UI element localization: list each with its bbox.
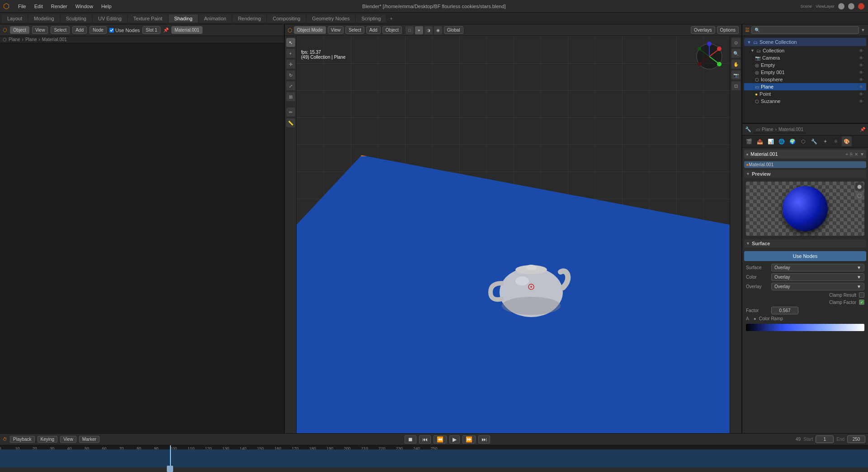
props-modifier-icon[interactable]: 🔧 <box>809 136 819 146</box>
viewport-3d[interactable]: ↖ + ✛ ↻ ⤢ ⊞ ✏ 📏 ⊙ 🔍 ✋ 📷 ⊡ <box>285 36 741 433</box>
props-scene-icon[interactable]: 🌐 <box>777 136 787 146</box>
tool-move[interactable]: ✛ <box>286 60 295 69</box>
navigation-gizmo[interactable] <box>693 41 725 72</box>
clamp-factor-checkbox[interactable] <box>859 299 864 305</box>
surface-section-header[interactable]: ▼ Surface <box>744 239 866 248</box>
menu-help[interactable]: Help <box>98 3 115 10</box>
playback-btn[interactable]: Playback <box>10 436 35 443</box>
mat-delete-icon[interactable]: ✕ <box>854 152 858 157</box>
ne-node[interactable]: Node <box>90 26 107 34</box>
ico-eye[interactable]: 👁 <box>859 77 863 82</box>
timeline-scrub-bar[interactable] <box>0 467 868 472</box>
props-material-icon[interactable]: 🎨 <box>842 136 852 146</box>
tool-cursor[interactable]: + <box>286 49 295 58</box>
ne-material[interactable]: Material.001 <box>171 26 203 34</box>
mat-options-icon[interactable]: ▼ <box>860 152 864 157</box>
tool-camera-view[interactable]: 📷 <box>731 70 741 79</box>
tl-next-keyframe-btn[interactable]: ⏭ <box>478 435 490 444</box>
timeline-keyframes[interactable] <box>0 449 868 467</box>
keying-btn[interactable]: Keying <box>38 436 58 443</box>
props-render-icon[interactable]: 🎬 <box>744 136 754 146</box>
tab-geometry-nodes[interactable]: Geometry Nodes <box>307 14 355 23</box>
material-list-item[interactable]: ● Material.001 <box>744 161 866 168</box>
rendered-mode[interactable]: ◉ <box>434 26 442 34</box>
tab-compositing[interactable]: Compositing <box>267 14 306 23</box>
preview-flat[interactable]: ⬤ <box>855 182 863 191</box>
tool-select[interactable]: ↖ <box>286 38 295 47</box>
surface-type-dropdown[interactable]: Overlay ▼ <box>771 264 864 271</box>
tool-transform[interactable]: ⊞ <box>286 92 295 101</box>
props-physics-icon[interactable]: ⚛ <box>831 136 841 146</box>
ne-slot[interactable]: Slot 1 <box>142 26 160 34</box>
material-preview-mode[interactable]: ◑ <box>425 26 433 34</box>
wireframe-mode[interactable]: □ <box>406 26 414 34</box>
tab-animation[interactable]: Animation <box>199 14 232 23</box>
node-canvas-area[interactable]: Tex Coordinate Generated Normal UV Objec… <box>0 43 284 433</box>
tl-prev-keyframe-btn[interactable]: ⏮ <box>419 435 431 444</box>
tool-pan[interactable]: ✋ <box>731 60 741 69</box>
props-view-layer-icon[interactable]: 📊 <box>766 136 776 146</box>
tool-rotate[interactable]: ↻ <box>286 70 295 79</box>
marker-btn[interactable]: Marker <box>79 436 99 443</box>
menu-edit[interactable]: Edit <box>31 3 47 10</box>
solid-mode[interactable]: ● <box>415 26 423 34</box>
viewport-object[interactable]: Object <box>382 26 402 34</box>
ne-view[interactable]: View <box>32 26 48 34</box>
menu-render[interactable]: Render <box>47 3 71 10</box>
outliner-camera[interactable]: 📷 Camera 👁 <box>744 54 866 61</box>
maximize-button[interactable] <box>848 3 854 9</box>
tab-shading[interactable]: Shading <box>169 14 198 23</box>
tool-zoom[interactable]: 🔍 <box>731 49 741 58</box>
collection-item[interactable]: ▼ 🗂 Collection 👁 <box>744 47 866 54</box>
ne-object-mode[interactable]: Object <box>10 26 29 34</box>
point-eye[interactable]: 👁 <box>859 92 863 97</box>
clamp-result-checkbox[interactable] <box>859 292 864 298</box>
menu-file[interactable]: File <box>14 3 30 10</box>
props-object-icon[interactable]: ⬡ <box>798 136 808 146</box>
preview-sphere-btn[interactable]: ◯ <box>855 192 863 200</box>
props-pin[interactable]: 📌 <box>860 127 865 132</box>
tab-layout[interactable]: Layout <box>2 14 28 23</box>
vis-eye[interactable]: 👁 <box>859 48 863 53</box>
mat-copy-icon[interactable]: ⎘ <box>850 152 853 157</box>
outliner-empty[interactable]: ◎ Empty 👁 <box>744 61 866 69</box>
props-particles-icon[interactable]: ✦ <box>820 136 830 146</box>
tl-prev-btn[interactable]: ⏪ <box>434 435 447 444</box>
outliner-suzanne[interactable]: ⬡ Suzanne 👁 <box>744 98 866 105</box>
outliner-point[interactable]: ● Point 👁 <box>744 90 866 98</box>
tool-annotate[interactable]: ✏ <box>286 107 295 117</box>
tab-rendering[interactable]: Rendering <box>232 14 266 23</box>
view-btn[interactable]: View <box>60 436 76 443</box>
tab-modeling[interactable]: Modeling <box>28 14 60 23</box>
outliner-plane[interactable]: ▭ Plane 👁 <box>744 83 866 90</box>
tl-play-btn[interactable]: ▶ <box>449 435 460 444</box>
empty001-eye[interactable]: 👁 <box>859 70 863 75</box>
timeline-ruler[interactable]: 0 50 100 150 200 250 10 20 30 40 60 70 8… <box>0 445 868 472</box>
suz-eye[interactable]: 👁 <box>859 99 863 104</box>
outliner-filter-icon[interactable]: ▼ <box>861 28 865 33</box>
preview-section-header[interactable]: ▼ Preview <box>744 170 866 178</box>
props-output-icon[interactable]: 📤 <box>755 136 765 146</box>
viewport-overlays[interactable]: Overlays <box>691 26 715 34</box>
outliner-icosphere[interactable]: ⬡ Icosphere 👁 <box>744 76 866 83</box>
tl-next-btn[interactable]: ⏩ <box>462 435 476 444</box>
tool-frame-all[interactable]: ⊡ <box>731 81 741 90</box>
frame-start-value[interactable]: 1 <box>816 435 834 443</box>
color-ramp-gradient[interactable] <box>746 324 864 331</box>
empty-eye[interactable]: 👁 <box>859 63 863 68</box>
menu-window[interactable]: Window <box>72 3 97 10</box>
outliner-empty-001[interactable]: ◎ Empty 001 👁 <box>744 69 866 76</box>
factor-value[interactable]: 0.567 <box>771 307 798 314</box>
tool-scale[interactable]: ⤢ <box>286 81 295 90</box>
outliner-search[interactable]: 🔍 <box>751 26 859 34</box>
viewport-add[interactable]: Add <box>366 26 381 34</box>
plane-eye[interactable]: 👁 <box>859 84 863 89</box>
minimize-button[interactable] <box>838 3 844 9</box>
tab-texture-paint[interactable]: Texture Paint <box>128 14 168 23</box>
ne-use-nodes[interactable]: Use Nodes <box>109 28 140 33</box>
timeline-scrub-handle[interactable] <box>167 466 173 472</box>
tool-measure[interactable]: 📏 <box>286 118 295 127</box>
viewport-transform[interactable]: Global <box>444 26 463 34</box>
props-world-icon[interactable]: 🌍 <box>788 136 797 146</box>
add-workspace-button[interactable]: + <box>387 15 395 22</box>
